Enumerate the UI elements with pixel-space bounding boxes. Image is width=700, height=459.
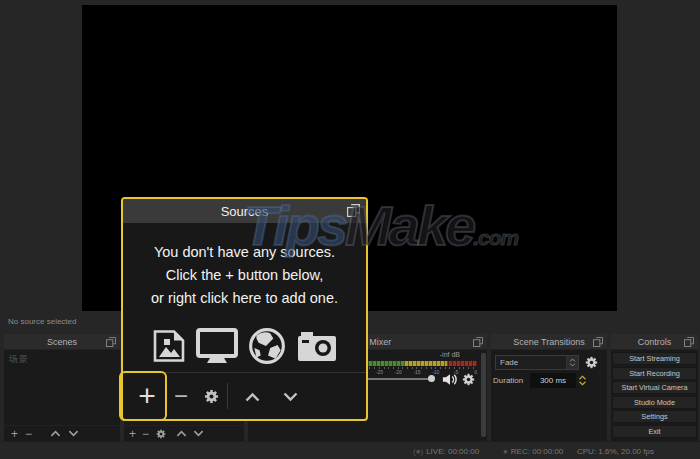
remove-source-button[interactable]: − [142, 428, 149, 440]
detach-icon[interactable] [106, 337, 116, 347]
start-virtual-camera-button[interactable]: Start Virtual Camera [612, 381, 697, 394]
mixer-gear-icon[interactable] [462, 373, 475, 386]
settings-button[interactable]: Settings [612, 410, 697, 423]
detach-icon[interactable] [593, 337, 603, 347]
rec-status: ●REC: 00:00:00 [503, 447, 563, 456]
transition-gear-icon[interactable] [585, 356, 598, 369]
duration-spinner[interactable] [578, 373, 587, 388]
live-time: LIVE: 00:00:00 [426, 447, 479, 456]
remove-scene-button[interactable]: − [25, 428, 32, 440]
source-properties-gear-icon[interactable] [156, 429, 166, 439]
source-move-up-button[interactable] [238, 387, 266, 405]
sources-toolbar: + − [124, 425, 244, 441]
controls-buttons: Start Streaming Start Recording Start Vi… [612, 352, 697, 438]
duration-label: Duration [493, 376, 523, 385]
add-source-button[interactable]: + [129, 428, 136, 440]
no-source-selected-label: No source selected [8, 317, 76, 326]
detach-icon[interactable] [347, 204, 360, 217]
scene-transitions-header: Scene Transitions [491, 334, 607, 350]
tick-label: -20 [383, 369, 402, 375]
scene-transitions-panel: Scene Transitions Fade Duration 300 ms [491, 334, 607, 441]
rec-time: REC: 00:00:00 [511, 447, 563, 456]
detach-icon[interactable] [684, 337, 694, 347]
tick-label: -15 [402, 369, 421, 375]
message-line: Click the + button below, [123, 264, 366, 287]
live-icon: (●) [413, 447, 423, 456]
sources-popup-header: Sources [123, 199, 366, 223]
remove-source-button[interactable]: − [167, 384, 195, 408]
transition-selected-value: Fade [496, 358, 566, 367]
mixer-scrollbar-thumb[interactable] [481, 353, 486, 437]
controls-header: Controls [611, 334, 698, 350]
scenes-panel-header: Scenes [4, 334, 120, 350]
mixer-scrollbar[interactable] [481, 353, 486, 437]
live-status: (●)LIVE: 00:00:00 [413, 447, 479, 456]
scene-list-item[interactable]: 场景 [4, 350, 120, 369]
message-line: or right click here to add one. [123, 287, 366, 310]
scene-transitions-title: Scene Transitions [513, 337, 585, 347]
studio-mode-button[interactable]: Studio Mode [612, 396, 697, 409]
display-source-icon [196, 328, 238, 364]
duration-input[interactable]: 300 ms [530, 373, 576, 388]
scenes-panel-title: Scenes [47, 337, 77, 347]
image-source-icon [152, 330, 186, 362]
sources-popup: Sources You don't have any sources. Clic… [121, 197, 368, 421]
empty-sources-message: You don't have any sources. Click the + … [123, 241, 366, 310]
controls-panel: Controls Start Streaming Start Recording… [611, 334, 698, 441]
transition-select[interactable]: Fade [495, 355, 579, 370]
obs-main-window: No source selected Scenes 场景 + − + − Aud… [0, 0, 700, 459]
chevron-down-icon [569, 363, 576, 367]
exit-button[interactable]: Exit [612, 425, 697, 438]
add-source-button[interactable]: + [131, 381, 163, 411]
scene-move-up-button[interactable] [50, 430, 61, 437]
start-recording-button[interactable]: Start Recording [612, 367, 697, 380]
scenes-toolbar: + − [4, 425, 120, 441]
audio-level-db-label: -inf dB [440, 351, 460, 358]
source-move-up-button[interactable] [176, 430, 187, 437]
camera-source-icon [296, 330, 338, 362]
status-bar: (●)LIVE: 00:00:00 ●REC: 00:00:00 CPU: 1.… [0, 441, 700, 459]
message-line: You don't have any sources. [123, 241, 366, 264]
rec-icon: ● [503, 447, 508, 456]
sources-popup-title: Sources [221, 204, 269, 219]
chevron-down-icon [578, 381, 587, 386]
meter-red-zone [447, 361, 477, 366]
scene-move-down-button[interactable] [68, 430, 79, 437]
source-move-down-button[interactable] [193, 430, 204, 437]
transition-select-spinner[interactable] [566, 356, 578, 369]
volume-slider-handle[interactable] [428, 375, 435, 382]
chevron-up-icon [569, 358, 576, 362]
chevron-up-icon [578, 375, 587, 380]
toolbar-separator [227, 383, 228, 409]
speaker-icon[interactable] [442, 373, 458, 386]
sources-popup-toolbar: + − [123, 372, 366, 419]
meter-yellow-zone [404, 361, 447, 366]
controls-title: Controls [638, 337, 672, 347]
source-properties-gear-icon[interactable] [199, 387, 223, 405]
source-move-down-button[interactable] [276, 387, 304, 405]
source-type-icons [123, 327, 366, 365]
start-streaming-button[interactable]: Start Streaming [612, 352, 697, 365]
detach-icon[interactable] [473, 337, 483, 347]
scenes-panel: Scenes 场景 + − [4, 334, 120, 441]
add-scene-button[interactable]: + [11, 428, 18, 440]
globe-source-icon [248, 327, 286, 365]
cpu-fps-status: CPU: 1.6%, 20.00 fps [577, 447, 654, 456]
